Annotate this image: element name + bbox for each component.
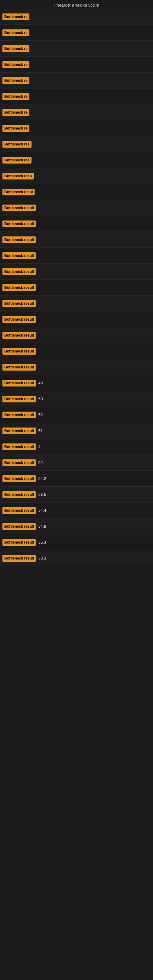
bottleneck-value: 52.: [38, 412, 44, 417]
table-row: Bottleneck result: [0, 280, 153, 296]
bottleneck-label: Bottleneck resul: [2, 189, 35, 196]
table-row: Bottleneck result: [0, 248, 153, 264]
table-row: Bottleneck result: [0, 200, 153, 216]
bottleneck-value: 49: [38, 381, 43, 385]
bottleneck-label: Bottleneck result: [2, 475, 36, 482]
bottleneck-label: Bottleneck result: [2, 348, 36, 355]
bottleneck-label: Bottleneck result: [2, 221, 36, 227]
bottleneck-label: Bottleneck result: [2, 364, 36, 371]
bottleneck-label: Bottleneck result: [2, 332, 36, 339]
table-row: Bottleneck re: [0, 120, 153, 136]
table-row: Bottleneck result: [0, 296, 153, 312]
bottleneck-label: Bottleneck result: [2, 444, 36, 450]
table-row: Bottleneck re: [0, 9, 153, 25]
bottleneck-value: 52.: [38, 460, 44, 465]
bottleneck-value: 54.8: [38, 524, 46, 528]
bottleneck-label: Bottleneck result: [2, 412, 36, 418]
table-row: Bottleneck re: [0, 57, 153, 73]
bottleneck-label: Bottleneck result: [2, 539, 36, 546]
site-title: TheBottlenecker.com: [54, 2, 99, 8]
bottleneck-value: 53.3: [38, 556, 46, 560]
bottleneck-label: Bottleneck result: [2, 396, 36, 402]
table-row: Bottleneck result54.2: [0, 471, 153, 487]
table-row: Bottleneck result55.3: [0, 535, 153, 550]
table-row: Bottleneck re: [0, 73, 153, 89]
bottleneck-label: Bottleneck result: [2, 523, 36, 530]
bottleneck-label: Bottleneck re: [2, 109, 29, 116]
bottleneck-label: Bottleneck result: [2, 300, 36, 307]
table-row: Bottleneck result54.4: [0, 503, 153, 519]
bottleneck-label: Bottleneck result: [2, 268, 36, 275]
table-row: Bottleneck result: [0, 343, 153, 359]
table-row: Bottleneck res: [0, 136, 153, 152]
table-row: Bottleneck result: [0, 359, 153, 375]
bottleneck-value: 50: [38, 396, 43, 401]
table-row: Bottleneck resu: [0, 168, 153, 184]
bottleneck-label: Bottleneck result: [2, 252, 36, 259]
table-row: Bottleneck result: [0, 264, 153, 280]
bottleneck-label: Bottleneck result: [2, 284, 36, 291]
bottleneck-label: Bottleneck result: [2, 491, 36, 498]
bottleneck-label: Bottleneck result: [2, 460, 36, 466]
bottleneck-label: Bottleneck re: [2, 29, 29, 36]
bottleneck-label: Bottleneck result: [2, 236, 36, 243]
table-row: Bottleneck result: [0, 328, 153, 343]
header: TheBottlenecker.com: [0, 0, 153, 9]
table-row: Bottleneck result4: [0, 439, 153, 455]
bottleneck-label: Bottleneck result: [2, 380, 36, 387]
bottleneck-label: Bottleneck result: [2, 555, 36, 562]
table-row: Bottleneck result: [0, 312, 153, 328]
bottleneck-value: 51: [38, 428, 43, 433]
bottleneck-label: Bottleneck result: [2, 507, 36, 514]
bottleneck-value: 54.4: [38, 508, 46, 513]
table-row: Bottleneck res: [0, 152, 153, 168]
bottleneck-label: Bottleneck res: [2, 157, 32, 164]
table-row: Bottleneck result54.8: [0, 519, 153, 535]
bottleneck-label: Bottleneck result: [2, 205, 36, 211]
table-row: Bottleneck result: [0, 216, 153, 232]
table-row: Bottleneck result53.5: [0, 487, 153, 503]
table-row: Bottleneck re: [0, 41, 153, 57]
table-row: Bottleneck result53.3: [0, 550, 153, 566]
bottleneck-label: Bottleneck resu: [2, 173, 33, 180]
table-row: Bottleneck result51: [0, 423, 153, 439]
bottleneck-label: Bottleneck re: [2, 13, 29, 20]
table-row: Bottleneck result50: [0, 391, 153, 407]
bottleneck-label: Bottleneck re: [2, 77, 29, 84]
bottleneck-value: 54.2: [38, 476, 46, 481]
table-row: Bottleneck result52.: [0, 455, 153, 471]
bottleneck-label: Bottleneck re: [2, 93, 29, 100]
bottleneck-value: 53.5: [38, 492, 46, 497]
bottleneck-value: 4: [38, 444, 40, 449]
table-row: Bottleneck re: [0, 105, 153, 120]
bottleneck-label: Bottleneck re: [2, 45, 29, 52]
table-row: Bottleneck result52.: [0, 407, 153, 423]
table-row: Bottleneck resul: [0, 184, 153, 200]
table-row: Bottleneck result49: [0, 375, 153, 391]
bottleneck-label: Bottleneck result: [2, 428, 36, 434]
bottleneck-value: 55.3: [38, 540, 46, 544]
bottleneck-label: Bottleneck result: [2, 316, 36, 323]
bottleneck-label: Bottleneck res: [2, 141, 32, 148]
table-row: Bottleneck re: [0, 89, 153, 105]
table-row: Bottleneck re: [0, 25, 153, 41]
bottleneck-label: Bottleneck re: [2, 125, 29, 132]
table-row: Bottleneck result: [0, 232, 153, 248]
bottleneck-label: Bottleneck re: [2, 61, 29, 68]
